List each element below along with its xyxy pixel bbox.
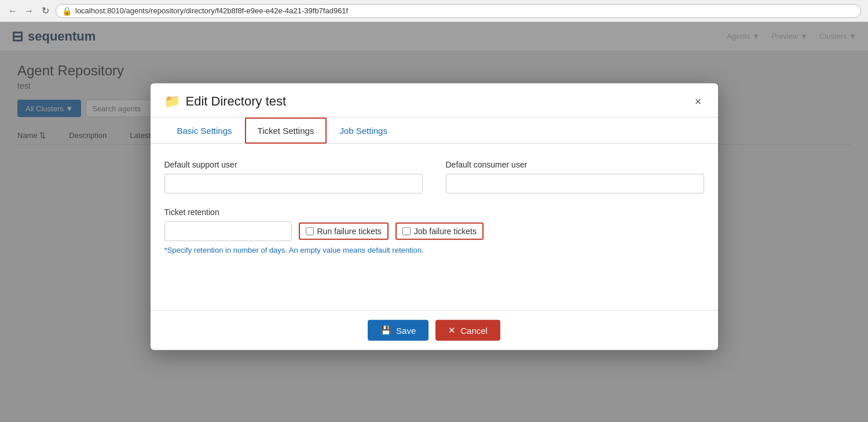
default-consumer-user-label: Default consumer user bbox=[446, 160, 704, 169]
modal-header: 📁 Edit Directory test × bbox=[151, 83, 718, 118]
security-icon: 🔒 bbox=[62, 6, 72, 16]
reload-button[interactable]: ↻ bbox=[39, 5, 51, 17]
run-failure-tickets-group: Run failure tickets bbox=[299, 223, 389, 240]
job-failure-tickets-label: Job failure tickets bbox=[414, 227, 477, 236]
modal-title: Edit Directory test bbox=[186, 94, 687, 109]
retention-hint: *Specify retention in number of days. An… bbox=[164, 246, 704, 254]
app-background: ⊟ sequentum Agents ▼ Preview ▼ Clusters … bbox=[0, 22, 868, 422]
modal-footer: 💾 Save ✕ Cancel bbox=[151, 310, 718, 350]
ticket-retention-input[interactable] bbox=[164, 221, 292, 241]
address-bar[interactable]: 🔒 localhost:8010/agents/repository/direc… bbox=[56, 4, 861, 18]
edit-directory-modal: 📁 Edit Directory test × Basic Settings T… bbox=[151, 83, 718, 350]
url-text: localhost:8010/agents/repository/directo… bbox=[75, 6, 348, 15]
tab-ticket-settings[interactable]: Ticket Settings bbox=[245, 118, 327, 144]
retention-row: Run failure tickets Job failure tickets bbox=[164, 221, 704, 241]
tab-basic-settings[interactable]: Basic Settings bbox=[164, 118, 245, 144]
cancel-button[interactable]: ✕ Cancel bbox=[435, 320, 500, 341]
modal-body: Default support user Default consumer us… bbox=[151, 144, 718, 310]
tab-job-settings[interactable]: Job Settings bbox=[327, 118, 400, 144]
save-label: Save bbox=[396, 325, 416, 335]
back-button[interactable]: ← bbox=[7, 5, 19, 17]
default-support-user-label: Default support user bbox=[164, 160, 423, 169]
browser-chrome: ← → ↻ 🔒 localhost:8010/agents/repository… bbox=[0, 0, 868, 22]
save-button[interactable]: 💾 Save bbox=[368, 320, 428, 341]
run-failure-tickets-checkbox[interactable] bbox=[306, 227, 314, 235]
job-failure-tickets-group: Job failure tickets bbox=[395, 223, 484, 240]
modal-close-button[interactable]: × bbox=[693, 94, 704, 108]
save-icon: 💾 bbox=[380, 325, 391, 336]
run-failure-tickets-label: Run failure tickets bbox=[317, 227, 382, 236]
modal-tabs: Basic Settings Ticket Settings Job Setti… bbox=[151, 118, 718, 144]
user-fields-row: Default support user Default consumer us… bbox=[164, 160, 704, 194]
cancel-icon: ✕ bbox=[448, 325, 456, 336]
forward-button[interactable]: → bbox=[23, 5, 35, 17]
cancel-label: Cancel bbox=[460, 325, 488, 335]
default-support-user-input[interactable] bbox=[164, 174, 423, 194]
default-support-user-group: Default support user bbox=[164, 160, 423, 194]
modal-folder-icon: 📁 bbox=[164, 94, 180, 109]
default-consumer-user-group: Default consumer user bbox=[446, 160, 704, 194]
default-consumer-user-input[interactable] bbox=[446, 174, 704, 194]
ticket-retention-section: Ticket retention Run failure tickets Job… bbox=[164, 208, 704, 254]
job-failure-tickets-checkbox[interactable] bbox=[402, 227, 411, 235]
ticket-retention-label: Ticket retention bbox=[164, 208, 704, 217]
